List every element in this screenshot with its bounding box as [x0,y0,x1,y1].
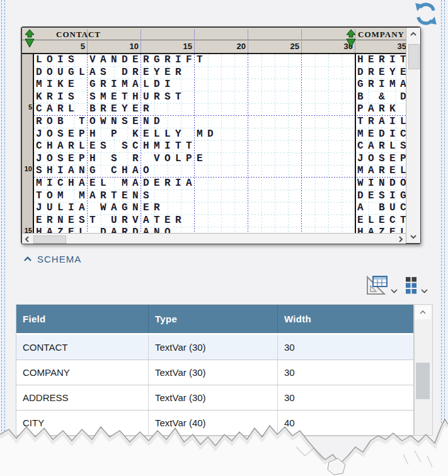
ruler-number: 15 [167,42,192,51]
contact-cell: TOM MARTENS [36,190,154,203]
contact-cell: DOUGLAS DREYER [36,67,186,79]
ruler-number: 35 [381,42,406,51]
preview-row: CHARLES SCHMITTCARLSC [34,140,406,153]
table-scroll-thumb[interactable] [416,363,430,399]
preview-row: MICHAEL MADERIAWINDOW [34,178,406,190]
scroll-down-button[interactable] [406,232,420,242]
company-cell: JOSEPH [357,153,406,166]
preview-row: TOM MARTENSDESIGN [34,190,406,203]
contact-cell: LOIS VANDERGRIFT [36,54,207,67]
field-cell: COMPANY [16,360,149,385]
autofit-columns-button[interactable] [364,275,389,300]
company-cell: ELECTR [357,215,406,227]
schema-section-title: SCHEMA [37,254,81,264]
contact-cell: CARL BREYER [36,103,154,116]
grid-guide [194,30,195,53]
company-cell: GRIMAL [357,79,406,91]
column-break-marker-0[interactable] [24,28,35,47]
schema-table-header: Field Type Width [16,305,413,333]
header-type[interactable]: Type [149,305,278,333]
type-cell: TextVar (40) [149,411,278,435]
right-dashed-border [441,0,445,423]
scroll-right-button[interactable] [396,234,406,244]
grid-guide [248,30,248,53]
schema-collapse-header[interactable]: SCHEMA [23,254,81,264]
ruler-number: 20 [221,42,246,51]
company-cell: B & D [357,91,406,104]
contact-cell: SHIANG CHAO [36,165,154,178]
company-cell: A BUCC [357,202,406,215]
preview-row: SHIANG CHAOMARELS [34,165,406,178]
contact-cell: JOSEPH P KELLY MD [36,128,218,141]
preview-row: LOIS VANDERGRIFTHERITA [34,54,406,67]
contact-cell: JULIA WAGNER [36,202,164,215]
schema-table-body: CONTACT TextVar (30) 30 COMPANY TextVar … [16,333,413,436]
width-cell: 30 [278,385,413,410]
field-cell: CONTACT [16,335,149,360]
preview-rows: LOIS VANDERGRIFTHERITA DOUGLAS DREYERDRE… [34,54,406,233]
contact-cell: HAZEL DARDANO [36,227,175,233]
chevron-down-icon [410,234,416,239]
column-layout-menu-button[interactable] [421,285,428,296]
chevron-up-icon [420,310,426,315]
left-dashed-border [1,0,5,444]
row-number: 5 [23,103,32,116]
contact-cell: CHARLES SCHMITT [36,140,197,153]
table-scroll-up-button[interactable] [415,305,431,319]
contact-cell: ERNEST URVATER [36,215,186,227]
width-cell: 30 [278,335,413,360]
refresh-button[interactable] [413,2,439,26]
scroll-left-button[interactable] [22,234,32,244]
horizontal-scroll-thumb[interactable] [33,235,66,244]
company-cell: CARLSC [357,140,406,153]
column-break-marker-30[interactable] [345,28,357,47]
autofit-menu-button[interactable] [391,285,398,296]
row-number: 15 [23,227,32,233]
preview-row: HAZEL DARDANOHAZEL [34,227,406,233]
chevron-up-icon [23,256,32,262]
set-square-table-icon [364,275,389,297]
preview-row: ROB TOWNSENDTRAILE [34,116,406,128]
preview-row: ERNEST URVATERELECTR [34,215,406,227]
company-cell: HAZEL [357,227,406,233]
refresh-icon [413,2,439,26]
preview-row: DOUGLAS DREYERDREYER [34,67,406,79]
column-break-line-30 [355,54,356,233]
column-layout-button[interactable] [406,277,417,297]
table-vertical-scrollbar[interactable] [414,304,433,436]
table-row-contact[interactable]: CONTACT TextVar (30) 30 [16,335,413,360]
field-cell: ADDRESS [16,385,149,410]
column-grid-icon [406,277,417,295]
vertical-scrollbar[interactable] [406,28,420,243]
field-label-company: COMPANY [358,30,405,40]
chevron-down-icon [421,289,428,293]
width-cell: 30 [278,360,413,385]
schema-table: Field Type Width CONTACT TextVar (30) 30… [16,304,414,436]
scroll-up-button[interactable] [406,29,420,39]
company-cell: HERITA [357,54,406,67]
contact-cell: JOSEPH S R VOLPE [36,153,207,166]
horizontal-scrollbar[interactable] [22,233,406,244]
field-cell: CITY [16,411,149,435]
fixed-width-import-panel: CONTACT COMPANY 5 10 15 20 25 30 35 5 10… [0,0,448,476]
chevron-left-icon [25,236,30,242]
ruler-number: 10 [113,42,139,51]
preview-row: JOSEPH S R VOLPEJOSEPH [34,153,406,166]
type-cell: TextVar (30) [149,385,278,410]
company-cell: MARELS [357,165,406,178]
type-cell: TextVar (30) [149,335,278,360]
vertical-scroll-thumb[interactable] [408,44,420,69]
preview-row: JOSEPH P KELLY MDMEDICA [34,128,406,141]
preview-row: JULIA WAGNERA BUCC [34,202,406,215]
header-width[interactable]: Width [278,305,413,333]
company-cell: PARK P [357,103,406,116]
data-preview-grid[interactable]: LOIS VANDERGRIFTHERITA DOUGLAS DREYERDRE… [34,54,406,233]
table-row-address[interactable]: ADDRESS TextVar (30) 30 [16,385,413,411]
company-cell: MEDICA [357,128,406,141]
contact-cell: MICHAEL MADERIA [36,178,197,190]
field-label-contact: CONTACT [56,30,101,40]
table-row-company[interactable]: COMPANY TextVar (30) 30 [16,360,413,385]
type-cell: TextVar (30) [149,360,278,385]
table-row-city[interactable]: CITY TextVar (40) 40 [16,411,413,436]
header-field[interactable]: Field [16,305,149,333]
